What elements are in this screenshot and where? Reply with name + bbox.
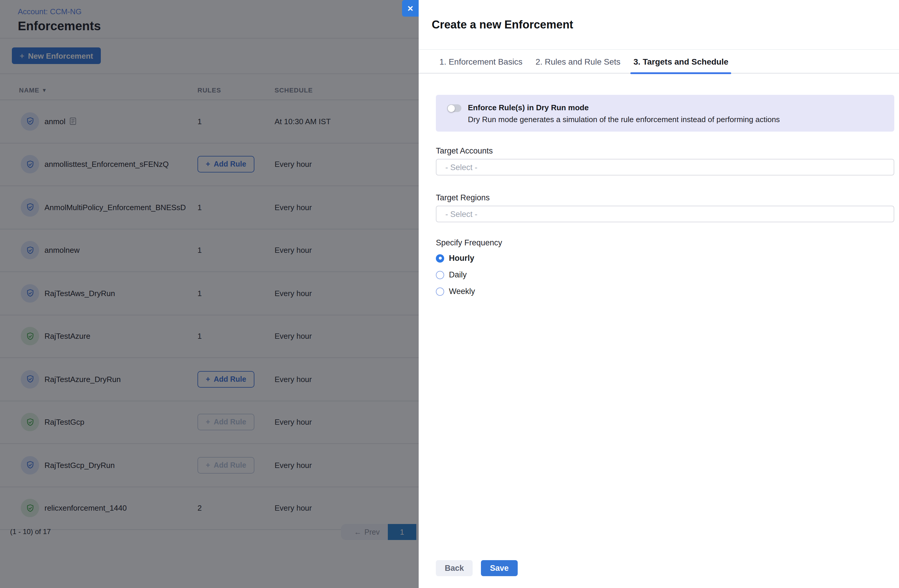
close-icon: ✕: [407, 4, 414, 13]
close-panel-button[interactable]: ✕: [402, 0, 419, 17]
dry-run-toggle[interactable]: [447, 104, 461, 112]
panel-title: Create a new Enforcement: [432, 19, 573, 31]
wizard-tabs: 1. Enforcement Basics2. Rules and Rule S…: [419, 49, 899, 74]
frequency-label: Specify Frequency: [436, 238, 894, 247]
radio-icon[interactable]: [436, 287, 444, 295]
radio-icon[interactable]: [436, 271, 444, 279]
wizard-tab-3[interactable]: 3. Targets and Schedule: [631, 50, 731, 73]
screen: Account: CCM-NG Enforcements + New Enfor…: [0, 0, 899, 588]
frequency-option-hourly[interactable]: Hourly: [436, 254, 894, 262]
target-regions-label: Target Regions: [436, 194, 894, 202]
frequency-option-weekly[interactable]: Weekly: [436, 287, 894, 296]
frequency-option-label: Hourly: [449, 254, 474, 262]
frequency-options: HourlyDailyWeekly: [436, 254, 894, 296]
dry-run-title: Enforce Rule(s) in Dry Run mode: [468, 103, 589, 112]
target-accounts-select[interactable]: [436, 159, 894, 176]
target-regions-group: Target Regions: [436, 194, 894, 222]
target-accounts-label: Target Accounts: [436, 147, 894, 155]
frequency-option-label: Daily: [449, 270, 467, 279]
panel-content: Enforce Rule(s) in Dry Run mode Dry Run …: [436, 72, 894, 296]
save-button[interactable]: Save: [481, 560, 518, 576]
dry-run-description: Dry Run mode generates a simulation of t…: [468, 115, 780, 124]
frequency-option-daily[interactable]: Daily: [436, 270, 894, 279]
wizard-tab-2[interactable]: 2. Rules and Rule Sets: [533, 50, 623, 73]
create-enforcement-panel: Create a new Enforcement 1. Enforcement …: [419, 0, 899, 588]
frequency-option-label: Weekly: [449, 287, 475, 296]
back-button[interactable]: Back: [436, 560, 473, 576]
toggle-knob-icon: [448, 105, 454, 112]
target-accounts-group: Target Accounts: [436, 147, 894, 176]
target-regions-select[interactable]: [436, 206, 894, 222]
dry-run-banner: Enforce Rule(s) in Dry Run mode Dry Run …: [436, 95, 894, 131]
radio-selected-icon[interactable]: [436, 254, 444, 262]
wizard-tab-1[interactable]: 1. Enforcement Basics: [436, 50, 525, 73]
panel-footer: Back Save: [436, 560, 518, 576]
